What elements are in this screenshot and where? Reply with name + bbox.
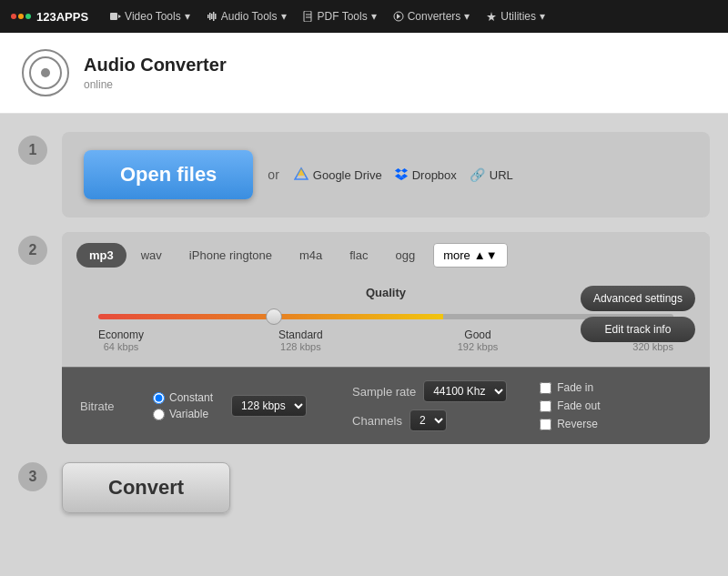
svg-rect-3 [209,13,211,20]
bitrate-label: Bitrate [80,399,135,413]
bitrate-constant-radio[interactable]: Constant [153,391,213,404]
edit-track-info-button[interactable]: Edit track info [581,317,695,342]
or-text: or [268,167,278,182]
svg-marker-15 [395,168,401,173]
sample-rate-select[interactable]: 8000 Hz 22050 Hz 44100 Khz 48000 Hz [423,380,507,402]
step-1-panel: Open files or Google Drive [62,132,710,217]
top-navigation: 123APPS Video Tools ▾ Audio Tools ▾ PDF … [0,0,728,33]
google-drive-option[interactable]: Google Drive [294,167,382,184]
svg-rect-7 [304,11,311,22]
quality-section: Quality Economy 64 kbps Standard 128 kbp… [62,278,710,367]
svg-rect-6 [215,14,217,19]
effects-group: Fade in Fade out Reverse [540,381,600,430]
svg-marker-1 [118,15,121,18]
url-label: URL [490,168,513,182]
sample-rate-row: Sample rate 8000 Hz 22050 Hz 44100 Khz 4… [352,380,507,402]
fade-out-checkbox[interactable]: Fade out [540,399,600,412]
app-title-block: Audio Converter online [84,55,227,92]
slider-label-good: Good 192 kbps [458,328,499,352]
step-1: 1 Open files or [18,132,710,217]
dropbox-label: Dropbox [412,168,457,182]
main-content: 1 Open files or [0,114,728,576]
step-3-number: 3 [18,462,47,491]
link-icon: 🔗 [470,167,485,182]
svg-rect-4 [211,14,213,19]
google-drive-icon [294,167,308,184]
tab-flac[interactable]: flac [337,243,380,268]
svg-marker-16 [401,168,408,173]
channels-select[interactable]: 1 2 [410,409,447,431]
svg-rect-5 [213,12,215,21]
app-subtitle: online [84,78,113,91]
open-files-button[interactable]: Open files [84,150,253,199]
step-3: 3 Convert [18,459,710,517]
app-logo [22,49,69,96]
tab-wav[interactable]: wav [128,243,175,268]
nav-audio-tools[interactable]: Audio Tools ▾ [201,6,292,26]
tab-iphone-ringtone[interactable]: iPhone ringtone [177,243,285,268]
advanced-panel: Bitrate Constant Variable [62,368,710,444]
sample-rate-label: Sample rate [352,385,416,399]
cloud-options: Google Drive Dropbox [294,167,513,184]
more-label: more [443,248,470,262]
channels-row: Channels 1 2 [352,409,507,431]
step-3-content: Convert [62,459,710,517]
app-name: Audio Converter [84,55,227,76]
bitrate-variable-radio[interactable]: Variable [153,408,213,420]
bitrate-row: Bitrate Constant Variable [80,380,692,431]
step-1-content: Open files or Google Drive [62,132,710,217]
tab-mp3[interactable]: mp3 [76,243,126,268]
sample-channels-group: Sample rate 8000 Hz 22050 Hz 44100 Khz 4… [352,380,507,431]
nav-video-tools[interactable]: Video Tools ▾ [105,6,196,26]
reverse-checkbox[interactable]: Reverse [540,418,600,430]
step-2-panel: mp3 wav iPhone ringtone m4a flac ogg mor… [62,232,710,444]
nav-menu: Video Tools ▾ Audio Tools ▾ PDF Tools ▾ … [105,6,551,26]
logo-text: 123APPS [36,10,88,24]
format-tabs: mp3 wav iPhone ringtone m4a flac ogg mor… [62,232,710,278]
tab-ogg[interactable]: ogg [382,243,428,268]
page-header: Audio Converter online [0,33,728,114]
more-chevron-icon: ▲▼ [474,248,498,262]
step-1-number: 1 [18,136,47,165]
dropbox-icon [395,167,408,183]
fade-in-checkbox[interactable]: Fade in [540,381,600,394]
step-2-content: mp3 wav iPhone ringtone m4a flac ogg mor… [62,232,710,444]
app-logo-nav: 123APPS [11,10,88,24]
slider-label-economy: Economy 64 kbps [98,328,144,352]
svg-rect-0 [110,13,117,20]
step-2: 2 mp3 wav iPhone ringtone m4a flac ogg m… [18,232,710,444]
step-2-number: 2 [18,236,47,265]
advanced-buttons: Advanced settings Edit track info [581,286,695,342]
channels-label: Channels [352,414,402,428]
nav-converters[interactable]: Converters ▾ [388,6,476,26]
advanced-settings-button[interactable]: Advanced settings [581,286,695,311]
svg-rect-2 [207,15,209,18]
dropbox-option[interactable]: Dropbox [395,167,457,183]
nav-pdf-tools[interactable]: PDF Tools ▾ [298,6,382,26]
tab-m4a[interactable]: m4a [287,243,335,268]
bitrate-radio-group: Constant Variable [153,391,213,420]
convert-button[interactable]: Convert [62,462,230,513]
bitrate-select[interactable]: 64 kbps 96 kbps 128 kbps 192 kbps 256 kb… [231,395,307,417]
format-more-button[interactable]: more ▲▼ [433,243,507,268]
url-option[interactable]: 🔗 URL [470,167,513,182]
slider-label-standard: Standard 128 kbps [278,328,323,352]
nav-utilities[interactable]: Utilities ▾ [480,6,551,26]
google-drive-label: Google Drive [313,168,382,182]
